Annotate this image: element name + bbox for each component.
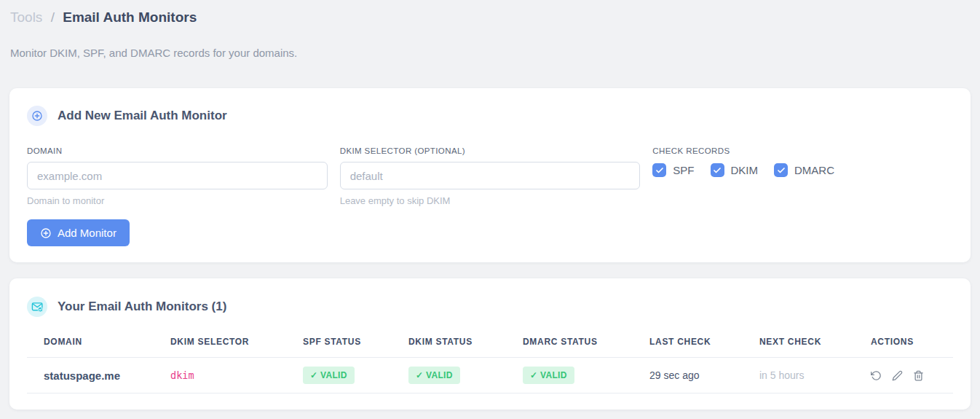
- checkmark-icon: [655, 166, 664, 175]
- monitors-card: Your Email Auth Monitors (1) DOMAIN DKIM…: [9, 278, 971, 410]
- col-header-last-check: LAST CHECK: [649, 326, 759, 358]
- dkim-selector-helper: Leave empty to skip DKIM: [340, 195, 641, 206]
- monitors-card-header: Your Email Auth Monitors (1): [27, 297, 953, 317]
- monitors-table: DOMAIN DKIM SELECTOR SPF STATUS DKIM STA…: [27, 326, 953, 393]
- row-dkim-selector: dkim: [170, 358, 303, 393]
- dmarc-status-text: VALID: [540, 370, 567, 380]
- row-last-check: 29 sec ago: [649, 358, 759, 393]
- add-monitor-card-title: Add New Email Auth Monitor: [58, 109, 227, 123]
- plus-circle-icon: [27, 106, 47, 126]
- dmarc-checkbox-item[interactable]: DMARC: [774, 163, 834, 177]
- dkim-status-badge: ✓ VALID: [408, 367, 460, 384]
- spf-status-badge: ✓ VALID: [303, 367, 355, 384]
- refresh-icon[interactable]: [871, 370, 882, 381]
- breadcrumb-tools-link[interactable]: Tools: [10, 9, 42, 25]
- row-domain: statuspage.me: [27, 358, 170, 393]
- dmarc-checkbox-label: DMARC: [794, 164, 834, 176]
- col-header-domain: DOMAIN: [27, 326, 170, 358]
- checkmark-icon: [713, 166, 722, 175]
- row-dkim-status-cell: ✓ VALID: [408, 358, 523, 393]
- dkim-selector-input[interactable]: [340, 162, 641, 189]
- row-dmarc-status-cell: ✓ VALID: [523, 358, 649, 393]
- breadcrumb: Tools / Email Auth Monitors: [10, 9, 968, 26]
- spf-checkbox[interactable]: [652, 163, 666, 177]
- add-monitor-card: Add New Email Auth Monitor DOMAIN Domain…: [9, 88, 971, 262]
- checkmark-glyph: ✓: [416, 370, 423, 380]
- check-records-row: SPF DKIM DMARC: [652, 163, 953, 177]
- table-row: statuspage.me dkim ✓ VALID ✓ VALID ✓ VAL…: [27, 358, 953, 393]
- col-header-spf-status: SPF STATUS: [303, 326, 408, 358]
- col-header-dkim-status: DKIM STATUS: [408, 326, 523, 358]
- row-actions: [871, 370, 947, 381]
- col-header-dmarc-status: DMARC STATUS: [523, 326, 649, 358]
- table-header-row: DOMAIN DKIM SELECTOR SPF STATUS DKIM STA…: [27, 326, 953, 358]
- col-header-next-check: NEXT CHECK: [759, 326, 871, 358]
- domain-helper: Domain to monitor: [27, 195, 328, 206]
- col-header-actions: ACTIONS: [871, 326, 953, 358]
- add-monitor-card-header: Add New Email Auth Monitor: [27, 106, 953, 126]
- monitors-card-title: Your Email Auth Monitors (1): [58, 299, 226, 314]
- page-header: Tools / Email Auth Monitors Monitor DKIM…: [0, 0, 980, 59]
- dmarc-checkbox[interactable]: [774, 163, 788, 177]
- dkim-selector-field-group: DKIM SELECTOR (OPTIONAL) Leave empty to …: [340, 146, 641, 206]
- check-records-label: CHECK RECORDS: [652, 146, 953, 155]
- dkim-checkbox-label: DKIM: [731, 164, 759, 176]
- checkmark-icon: [777, 166, 786, 175]
- spf-checkbox-label: SPF: [673, 164, 694, 176]
- row-actions-cell: [871, 358, 953, 393]
- envelope-check-icon: [27, 297, 47, 317]
- checkmark-glyph: ✓: [310, 370, 317, 380]
- spf-status-text: VALID: [320, 370, 347, 380]
- col-header-dkim-selector: DKIM SELECTOR: [170, 326, 303, 358]
- breadcrumb-separator: /: [51, 9, 55, 25]
- add-monitor-button[interactable]: Add Monitor: [27, 219, 130, 246]
- checkmark-glyph: ✓: [530, 370, 537, 380]
- dkim-checkbox[interactable]: [711, 163, 724, 177]
- dkim-status-text: VALID: [426, 370, 453, 380]
- page-title: Email Auth Monitors: [63, 9, 197, 25]
- trash-icon[interactable]: [913, 370, 924, 381]
- edit-pencil-icon[interactable]: [892, 370, 903, 381]
- plus-circle-icon: [40, 227, 52, 239]
- domain-input[interactable]: [27, 162, 328, 189]
- dkim-selector-label: DKIM SELECTOR (OPTIONAL): [340, 146, 641, 155]
- domain-field-group: DOMAIN Domain to monitor: [27, 146, 328, 206]
- domain-label: DOMAIN: [27, 146, 328, 155]
- check-records-group: CHECK RECORDS SPF DKIM: [652, 146, 953, 206]
- row-spf-status-cell: ✓ VALID: [303, 358, 408, 393]
- add-monitor-button-label: Add Monitor: [58, 227, 116, 239]
- spf-checkbox-item[interactable]: SPF: [652, 163, 694, 177]
- page-subtitle: Monitor DKIM, SPF, and DMARC records for…: [10, 47, 968, 59]
- add-monitor-form: DOMAIN Domain to monitor DKIM SELECTOR (…: [27, 146, 953, 206]
- row-next-check: in 5 hours: [759, 358, 871, 393]
- dkim-checkbox-item[interactable]: DKIM: [711, 163, 759, 177]
- dmarc-status-badge: ✓ VALID: [523, 367, 574, 384]
